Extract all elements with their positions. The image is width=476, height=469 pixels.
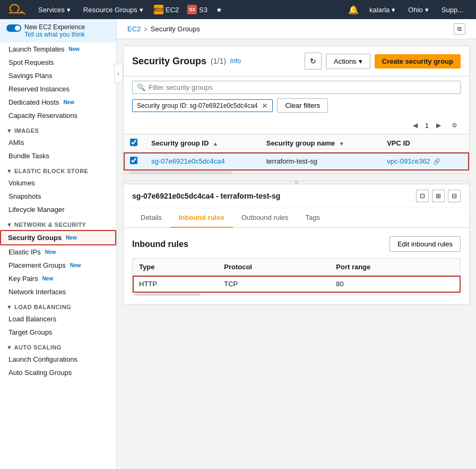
sidebar-item-amis[interactable]: AMIs: [0, 136, 116, 149]
detail-header: sg-07e6921e0c5dc4ca4 - terraform-test-sg…: [124, 184, 469, 208]
aws-logo[interactable]: [6, 3, 28, 16]
filter-row: 🔍: [124, 76, 469, 98]
sidebar-item-launch-configs[interactable]: Launch Configurations: [0, 353, 116, 366]
user-menu[interactable]: kalarla ▾: [363, 0, 402, 19]
new-experience-link[interactable]: Tell us what you think: [24, 31, 85, 38]
sidebar-item-dedicated-hosts[interactable]: Dedicated Hosts New: [0, 96, 116, 109]
sidebar-item-bundle-tasks[interactable]: Bundle Tasks: [0, 149, 116, 163]
clear-filters-button[interactable]: Clear filters: [277, 98, 328, 113]
sidebar-item-reserved-instances[interactable]: Reserved Instances: [0, 82, 116, 96]
sidebar-item-asg[interactable]: Auto Scaling Groups: [0, 366, 116, 379]
detail-icon-btn-2[interactable]: ⊞: [432, 190, 445, 202]
sidebar-item-placement-groups[interactable]: Placement Groups New: [0, 259, 116, 272]
row-checkbox[interactable]: [130, 157, 137, 164]
ec2-nav[interactable]: EC2 EC2: [150, 0, 183, 19]
breadcrumb-current: Security Groups: [151, 25, 200, 33]
breadcrumb-ec2[interactable]: EC2: [127, 25, 141, 33]
col-header-sg-name[interactable]: Security group name ▼: [260, 134, 380, 152]
breadcrumb-sep: >: [144, 26, 147, 32]
bell-icon[interactable]: 🔔: [344, 5, 363, 15]
edit-inbound-rules-button[interactable]: Edit inbound rules: [390, 236, 461, 252]
filter-tag-text: Security group ID: sg-07e6921e0c5dc4ca4: [137, 102, 257, 109]
bundle-tasks-label: Bundle Tasks: [8, 152, 49, 160]
dedicated-hosts-label: Dedicated Hosts: [8, 98, 59, 106]
page-settings-button[interactable]: ⚙: [448, 119, 461, 132]
user-label: kalarla: [369, 6, 390, 14]
snapshots-label: Snapshots: [8, 192, 41, 200]
edit-inbound-rules-label: Edit inbound rules: [397, 240, 453, 248]
user-chevron: ▾: [392, 6, 395, 14]
sidebar-item-capacity-reservations[interactable]: Capacity Reservations: [0, 109, 116, 122]
vpc-id-link[interactable]: vpc-091ce362: [387, 157, 430, 165]
refresh-button[interactable]: ↻: [305, 53, 322, 70]
services-nav[interactable]: Services ▾: [32, 0, 77, 19]
tab-inbound-rules[interactable]: Inbound rules: [170, 208, 233, 228]
launch-configs-label: Launch Configurations: [8, 355, 77, 363]
filter-remove-button[interactable]: ✕: [262, 101, 268, 110]
region-menu[interactable]: Ohio ▾: [402, 0, 435, 19]
support-menu[interactable]: Supp...: [435, 0, 470, 19]
col-type: Type: [133, 259, 218, 276]
select-all-checkbox[interactable]: [130, 139, 137, 146]
sidebar-item-target-groups[interactable]: Target Groups: [0, 326, 116, 339]
sg-id-link[interactable]: sg-07e6921e0c5dc4ca4: [151, 157, 225, 165]
tab-tags-label: Tags: [306, 214, 320, 221]
sidebar-item-spot-requests[interactable]: Spot Requests: [0, 56, 116, 69]
select-all-header: [124, 134, 145, 152]
col-sg-name-label: Security group name: [266, 139, 335, 147]
col-port-range: Port range: [330, 259, 460, 276]
resource-groups-nav[interactable]: Resource Groups ▾: [77, 0, 150, 19]
capacity-reservations-label: Capacity Reservations: [8, 112, 77, 120]
sidebar-item-network-interfaces[interactable]: Network Interfaces: [0, 285, 116, 299]
col-sg-id-label: Security group ID: [151, 139, 209, 147]
breadcrumb-external-icon[interactable]: ⧉: [454, 23, 465, 35]
page-next-button[interactable]: ▶: [432, 119, 445, 132]
breadcrumb: EC2 > Security Groups ⧉: [117, 19, 476, 39]
search-icon: 🔍: [137, 83, 145, 91]
region-chevron: ▾: [425, 6, 429, 14]
search-input[interactable]: [149, 83, 456, 91]
col-header-sg-id[interactable]: Security group ID ▲: [145, 134, 260, 152]
tab-tags[interactable]: Tags: [297, 208, 328, 228]
col-header-vpc-id[interactable]: VPC ID: [380, 134, 469, 152]
sidebar-item-key-pairs[interactable]: Key Pairs New: [0, 272, 116, 285]
as-collapse-icon: ▼: [6, 344, 12, 351]
new-experience-banner: New EC2 Experience Tell us what you thin…: [0, 19, 116, 42]
section-header-ebs: ▼ ELASTIC BLOCK STORE: [0, 163, 116, 176]
sidebar-item-elastic-ips[interactable]: Elastic IPs New: [0, 245, 116, 259]
table-row[interactable]: sg-07e6921e0c5dc4ca4 terraform-test-sg v…: [124, 152, 469, 170]
sidebar-item-savings-plans[interactable]: Savings Plans: [0, 69, 116, 82]
page-prev-button[interactable]: ◀: [409, 119, 422, 132]
tab-details[interactable]: Details: [132, 208, 170, 228]
sidebar-item-volumes[interactable]: Volumes: [0, 176, 116, 190]
detail-icon-btn-1[interactable]: ⊡: [416, 190, 429, 202]
sidebar-item-snapshots[interactable]: Snapshots: [0, 190, 116, 203]
tab-outbound-rules[interactable]: Outbound rules: [233, 208, 297, 228]
sidebar-item-load-balancers[interactable]: Load Balancers: [0, 312, 116, 326]
section-header-images: ▼ IMAGES: [0, 122, 116, 136]
detail-title: sg-07e6921e0c5dc4ca4 - terraform-test-sg: [132, 192, 280, 200]
new-experience-toggle[interactable]: [6, 24, 21, 32]
col-sg-name-sort-icon: ▼: [339, 141, 344, 147]
sidebar-item-launch-templates[interactable]: Launch Templates New: [0, 42, 116, 56]
inbound-rule-row[interactable]: HTTP TCP 80: [133, 276, 461, 293]
star-icon[interactable]: ★: [212, 6, 227, 14]
actions-button[interactable]: Actions ▾: [326, 54, 370, 69]
tab-inbound-rules-label: Inbound rules: [179, 214, 224, 221]
dedicated-hosts-new-badge: New: [63, 99, 74, 105]
s3-nav[interactable]: S3 S3: [183, 0, 212, 19]
sidebar-item-lifecycle-manager[interactable]: Lifecycle Manager: [0, 203, 116, 216]
vpc-external-link-icon: 🔗: [433, 158, 440, 165]
asg-label: Auto Scaling Groups: [8, 369, 72, 377]
top-nav: Services ▾ Resource Groups ▾ EC2 EC2 S3 …: [0, 0, 476, 19]
sidebar-item-security-groups[interactable]: Security Groups New: [0, 230, 116, 245]
sidebar-collapse-button[interactable]: ‹: [114, 64, 123, 83]
create-security-group-button[interactable]: Create security group: [375, 54, 461, 69]
info-link[interactable]: Info: [230, 57, 241, 65]
support-label: Supp...: [442, 6, 463, 14]
search-box[interactable]: 🔍: [132, 81, 461, 94]
ec2-icon: EC2: [154, 5, 163, 14]
key-pairs-new-badge: New: [42, 276, 54, 282]
new-experience-label: New EC2 Experience: [24, 23, 85, 31]
detail-icon-btn-3[interactable]: ⊟: [448, 190, 461, 202]
